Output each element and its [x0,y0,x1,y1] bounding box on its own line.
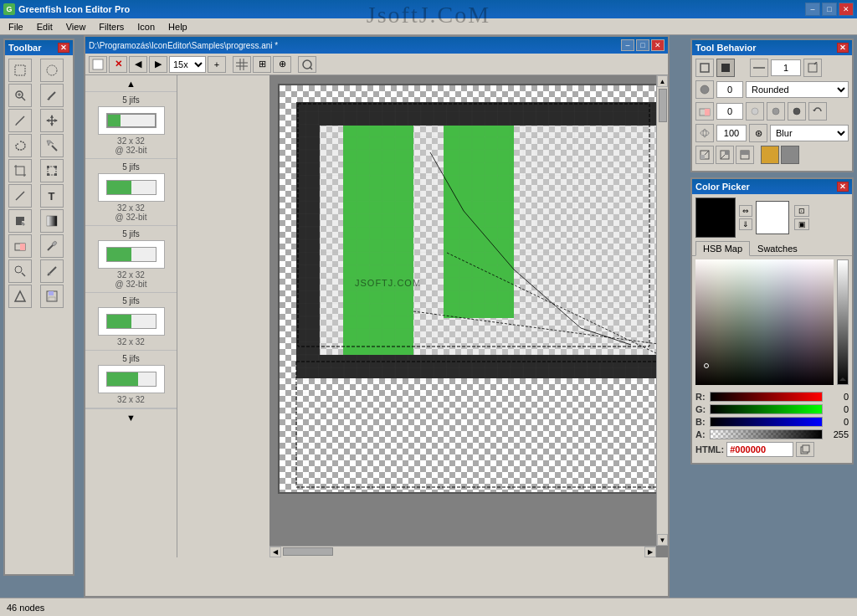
line-style-button[interactable] [750,59,768,77]
eyedropper-tool-button[interactable] [803,59,822,77]
hsb-map[interactable] [695,259,849,385]
tool-smear[interactable] [40,259,64,283]
blur-type-dropdown[interactable]: Blur Sharpen Noise [770,125,849,141]
tool-clone[interactable] [8,259,32,283]
eraser-small[interactable] [695,102,714,121]
color-picker-close[interactable]: ✕ [837,182,849,192]
tool-magic-wand[interactable] [40,134,64,157]
menu-icon[interactable]: Icon [131,20,162,33]
hsb-gradient[interactable] [695,259,834,385]
tool-gradient[interactable] [40,209,64,233]
style-dropdown[interactable]: Rounded Square Beveled [746,81,849,98]
background-color-box[interactable] [756,201,789,234]
square-shape-button[interactable] [695,59,714,77]
blur-icon3[interactable] [788,102,806,121]
frame-left-button[interactable]: ◀ [129,56,147,73]
close-button[interactable]: ✕ [839,3,854,16]
list-item[interactable]: 5 jifs 32 x 32 [85,351,177,408]
scroll-left-button[interactable]: ◀ [269,547,281,557]
scroll-down-button[interactable]: ▼ [657,534,668,546]
red-slider[interactable] [710,392,823,402]
html-color-input[interactable] [726,442,793,457]
swap-colors-button[interactable]: ⇔ [739,205,752,217]
zoom-select[interactable]: 15x 1x 2x 4x 8x 10x 16x [169,56,206,73]
menu-help[interactable]: Help [162,20,194,33]
canvas-area[interactable]: JSOFTJ.COM ▲ ▼ ◀ ▶ [269,75,668,557]
green-slider[interactable] [710,404,823,414]
frame-scroll-up[interactable]: ▲ [85,75,177,92]
tool-eraser[interactable] [8,234,32,258]
blur-value-input[interactable] [716,103,743,120]
tool-behavior-close[interactable]: ✕ [837,43,849,53]
blend-mode-1[interactable] [695,146,714,164]
tool-zoom[interactable] [8,84,32,107]
blur-strength-input[interactable] [716,125,747,141]
blur-reset[interactable] [808,102,827,121]
tool-text[interactable]: T [40,184,64,208]
tool-fill[interactable] [8,209,32,233]
blend-mode-3[interactable] [736,146,754,164]
brightness-bar[interactable] [837,259,849,385]
icon-canvas[interactable]: JSOFTJ.COM [278,84,656,494]
color-option-1[interactable]: ⊡ [794,205,809,217]
tool-line[interactable] [8,184,32,208]
tab-swatches[interactable]: Swatches [750,241,805,256]
blend-mode-2[interactable] [716,146,734,164]
horizontal-scrollbar[interactable]: ◀ ▶ [269,546,656,557]
tool-crop[interactable] [8,159,32,182]
center-view-button[interactable]: ⊕ [273,56,291,73]
scroll-up-button[interactable]: ▲ [657,75,668,87]
tool-save[interactable] [40,285,64,308]
color-swatch-2[interactable] [781,146,799,164]
scroll-thumb-h[interactable] [283,547,333,556]
color-swatch-1[interactable] [761,146,779,164]
grid-snap-button[interactable]: ⊞ [253,56,271,73]
vertical-scrollbar[interactable]: ▲ ▼ [656,75,668,546]
tool-lasso[interactable] [8,134,32,157]
doc-maximize-button[interactable]: □ [636,39,649,51]
menu-edit[interactable]: Edit [30,20,59,33]
grid-toggle-button[interactable] [233,56,251,73]
alpha-slider[interactable] [710,429,823,439]
tool-select-ellipse[interactable] [40,59,64,82]
filled-square-button[interactable] [716,59,735,77]
tool-brush[interactable] [40,234,64,258]
list-item[interactable]: 5 jifs 32 x 32 [85,293,177,351]
tool-pencil[interactable] [8,109,32,132]
size-input[interactable] [771,59,801,76]
foreground-color-box[interactable] [695,198,736,238]
reset-colors-button[interactable]: ⇓ [739,218,752,230]
maximize-button[interactable]: □ [822,3,837,16]
tool-eyedropper[interactable] [40,84,64,107]
doc-minimize-button[interactable]: – [621,39,634,51]
doc-close-button[interactable]: ✕ [651,39,665,51]
minimize-button[interactable]: – [805,3,820,16]
toolbar-close-button[interactable]: ✕ [58,43,69,53]
blur-effect-button[interactable] [695,124,714,142]
new-frame-button[interactable] [89,56,107,73]
html-copy-button[interactable] [796,442,814,457]
menu-file[interactable]: File [2,20,30,33]
list-item[interactable]: 5 jifs 32 x 32@ 32-bit [85,159,177,226]
menu-filters[interactable]: Filters [92,20,131,33]
color-option-2[interactable]: ▣ [794,218,809,230]
blur-icon2[interactable] [767,102,785,121]
frame-scroll-down[interactable]: ▼ [85,408,177,425]
blue-slider[interactable] [710,417,823,427]
paint-bucket-small[interactable] [695,80,714,99]
tool-select-rect[interactable] [8,59,32,82]
zoom-in-button[interactable]: + [208,56,226,73]
menu-view[interactable]: View [59,20,93,33]
tool-transform[interactable] [40,159,64,182]
frame-right-button[interactable]: ▶ [149,56,167,73]
blur-mode-icon[interactable]: ⊛ [749,124,767,142]
tool-shape[interactable] [8,285,32,308]
list-item[interactable]: 5 jifs 32 x 32@ 32-bit [85,92,177,159]
delete-frame-button[interactable]: ✕ [109,56,127,73]
list-item[interactable]: 5 jifs 32 x 32@ 32-bit [85,226,177,293]
tab-hsb-map[interactable]: HSB Map [695,241,750,256]
scroll-right-button[interactable]: ▶ [644,547,656,557]
opacity-input[interactable] [716,81,743,98]
scroll-thumb-v[interactable] [659,89,667,122]
tool-move[interactable] [40,109,64,132]
